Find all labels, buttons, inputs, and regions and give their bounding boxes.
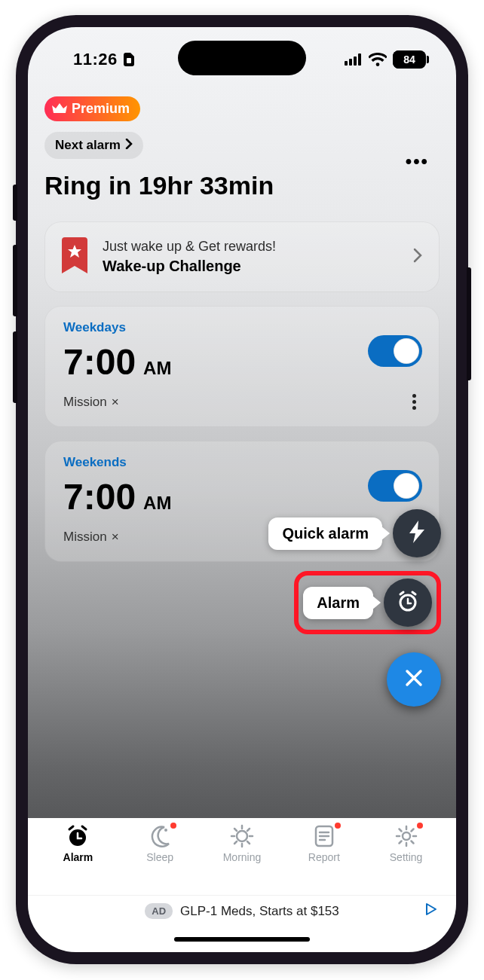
more-menu-button[interactable]: •••: [406, 151, 429, 172]
svg-point-10: [403, 832, 410, 840]
tab-label: Sleep: [146, 851, 173, 863]
tab-setting[interactable]: Setting: [369, 824, 444, 863]
notch: [178, 41, 306, 75]
chevron-right-icon: [125, 138, 133, 153]
mission-row: Mission ×: [63, 395, 421, 410]
alarm-clock-icon: [397, 590, 419, 615]
screen: 11:26 84 •••: [28, 27, 456, 952]
sim-card-icon: [124, 53, 134, 66]
svg-rect-3: [354, 56, 357, 66]
challenge-card[interactable]: Just wake up & Get rewards! Wake-up Chal…: [44, 221, 440, 292]
fab-row-quick-alarm: Quick alarm: [268, 509, 441, 557]
alarm-label: Weekdays: [63, 320, 421, 335]
fab-row-alarm: Alarm: [303, 579, 432, 627]
premium-badge[interactable]: Premium: [44, 96, 140, 121]
tab-label: Setting: [390, 851, 423, 863]
next-alarm-chip[interactable]: Next alarm: [44, 132, 143, 159]
tab-alarm[interactable]: Alarm: [40, 824, 115, 863]
next-alarm-label: Next alarm: [55, 138, 121, 153]
tab-label: Report: [308, 851, 340, 863]
ring-in-text: Ring in 19hr 33min: [44, 171, 440, 200]
side-button: [13, 185, 17, 221]
tab-morning[interactable]: Morning: [204, 824, 280, 863]
alarm-fab-label: Alarm: [303, 587, 373, 619]
premium-label: Premium: [72, 101, 130, 117]
tab-label: Morning: [223, 851, 262, 863]
side-button: [13, 245, 17, 316]
alarm-ampm: AM: [143, 493, 171, 514]
ad-choices-icon[interactable]: [424, 902, 438, 920]
mission-off-icon: ×: [112, 530, 119, 545]
alarm-time-value: 7:00: [63, 476, 136, 517]
ad-bar[interactable]: AD GLP-1 Meds, Starts at $153: [28, 895, 456, 927]
ad-badge: AD: [145, 903, 173, 919]
status-time: 11:26: [73, 50, 118, 69]
battery-percent: 84: [403, 53, 415, 66]
crown-icon: [52, 103, 67, 115]
gear-icon: [394, 824, 418, 848]
status-right: 84: [345, 50, 426, 69]
mission-label: Mission: [63, 395, 107, 410]
content-area: ••• Premium Next alarm Ring in 19hr 33mi…: [28, 75, 456, 818]
status-left: 11:26: [73, 50, 134, 69]
moon-icon: [148, 824, 172, 848]
battery-icon: 84: [393, 50, 426, 69]
challenge-text: Just wake up & Get rewards! Wake-up Chal…: [103, 239, 276, 275]
svg-rect-4: [358, 53, 361, 66]
fab-zone: Quick alarm Alarm: [268, 509, 441, 707]
challenge-line2: Wake-up Challenge: [103, 258, 276, 275]
challenge-line1: Just wake up & Get rewards!: [103, 239, 276, 255]
notification-dot: [335, 823, 341, 829]
ad-text: GLP-1 Meds, Starts at $153: [180, 904, 339, 919]
alarm-ampm: AM: [143, 358, 171, 379]
tab-label: Alarm: [63, 851, 93, 863]
svg-point-7: [164, 829, 167, 832]
tab-bar: Alarm Sleep Morning Report: [28, 818, 456, 895]
lightning-icon: [409, 521, 424, 546]
side-button: [467, 267, 471, 380]
alarm-toggle[interactable]: [368, 335, 422, 367]
cell-signal-icon: [345, 53, 363, 66]
report-icon: [313, 824, 335, 848]
svg-rect-0: [127, 58, 131, 63]
tab-sleep[interactable]: Sleep: [122, 824, 198, 863]
kebab-menu-button[interactable]: [412, 394, 416, 410]
wifi-icon: [369, 53, 387, 66]
alarm-time-value: 7:00: [63, 341, 136, 383]
alarm-label: Weekends: [63, 455, 421, 470]
notification-dot: [417, 823, 423, 829]
alarm-icon: [66, 824, 90, 848]
bookmark-star-icon: [62, 237, 87, 276]
close-icon: [404, 668, 424, 691]
quick-alarm-button[interactable]: [393, 509, 441, 557]
tab-report[interactable]: Report: [286, 824, 362, 863]
highlight-annotation: Alarm: [294, 571, 441, 634]
mission-off-icon: ×: [112, 395, 119, 410]
svg-point-8: [237, 831, 247, 841]
mission-label: Mission: [63, 530, 107, 545]
phone-frame: 11:26 84 •••: [16, 15, 468, 964]
chevron-right-icon: [413, 246, 422, 267]
sun-icon: [229, 824, 255, 848]
svg-rect-2: [349, 59, 352, 66]
svg-rect-1: [345, 61, 348, 66]
home-indicator[interactable]: [28, 927, 456, 952]
alarm-card-weekdays[interactable]: Weekdays 7:00 AM Mission ×: [44, 306, 440, 427]
quick-alarm-label: Quick alarm: [268, 517, 382, 550]
alarm-time: 7:00 AM: [63, 341, 421, 383]
close-fab-button[interactable]: [387, 652, 441, 707]
side-button: [13, 331, 17, 403]
alarm-toggle[interactable]: [368, 470, 422, 502]
alarm-fab-button[interactable]: [384, 579, 432, 627]
notification-dot: [170, 823, 176, 829]
